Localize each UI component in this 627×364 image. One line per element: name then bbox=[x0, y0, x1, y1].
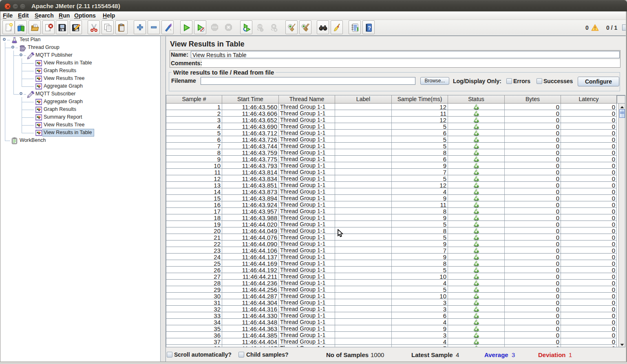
svg-text:STOP: STOP bbox=[212, 26, 218, 29]
svg-text:STOP: STOP bbox=[258, 26, 262, 27]
svg-text:?: ? bbox=[368, 25, 371, 31]
